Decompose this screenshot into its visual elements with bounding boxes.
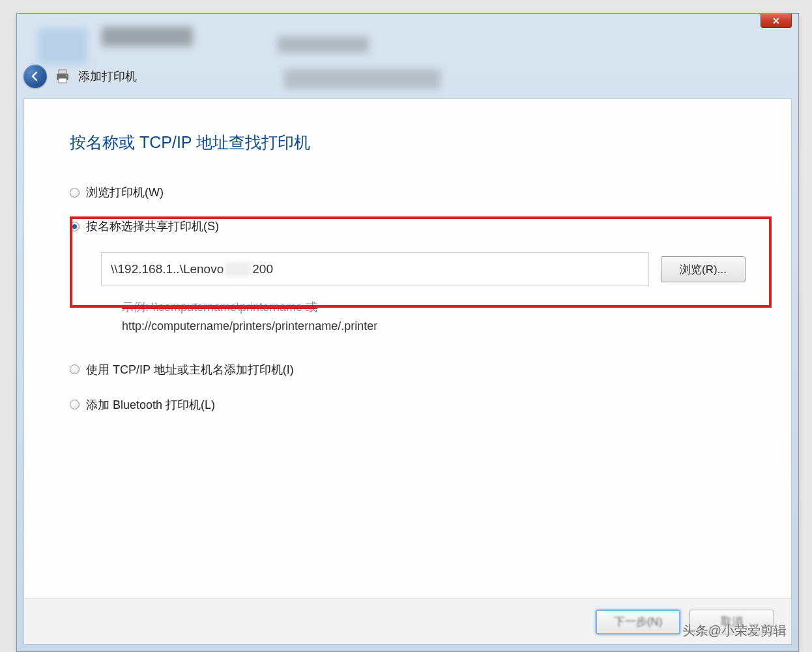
svg-rect-2 [59,78,66,83]
wizard-title: 添加打印机 [78,68,137,84]
option-select-by-name[interactable]: 按名称选择共享打印机(S) [70,218,746,234]
back-button[interactable] [23,65,47,88]
next-button[interactable]: 下一步(N) [596,610,680,634]
svg-point-3 [66,75,67,76]
option-label: 添加 Bluetooth 打印机(L) [86,397,215,413]
page-heading: 按名称或 TCP/IP 地址查找打印机 [70,132,746,153]
close-icon: ✕ [772,16,780,26]
obscured-text [225,262,251,276]
radio-icon [70,188,80,198]
printer-path-input[interactable]: \\192.168.1..\Lenovo 200 [101,252,649,286]
browse-button[interactable]: 浏览(R)... [661,256,746,282]
wizard-header: 添加打印机 [23,65,137,88]
dialog-window: ✕ 添加打印机 按名称或 TCP/IP 地址查找打印机 浏览打印机(W) 按名称… [16,13,799,652]
example-line-1: 示例: \\computername\printername 或 [122,298,746,317]
radio-icon [70,364,80,374]
cancel-button[interactable]: 取消 [689,610,774,634]
wizard-footer: 下一步(N) 取消 [24,599,791,644]
option-label: 浏览打印机(W) [86,185,164,200]
svg-rect-1 [59,70,66,74]
example-line-2: http://computername/printers/printername… [122,317,746,336]
close-button[interactable]: ✕ [761,14,792,28]
radio-icon [70,400,80,409]
radio-selected-icon [70,222,80,231]
option-label: 按名称选择共享打印机(S) [86,218,219,234]
option-bluetooth[interactable]: 添加 Bluetooth 打印机(L) [70,397,746,413]
option-browse-printers[interactable]: 浏览打印机(W) [70,185,746,200]
back-arrow-icon [29,70,41,82]
printer-icon [53,67,72,85]
example-text: 示例: \\computername\printername 或 http://… [122,298,746,336]
option-label: 使用 TCP/IP 地址或主机名添加打印机(I) [86,362,294,378]
option-tcpip[interactable]: 使用 TCP/IP 地址或主机名添加打印机(I) [70,362,746,378]
dialog-body: 按名称或 TCP/IP 地址查找打印机 浏览打印机(W) 按名称选择共享打印机(… [23,98,792,645]
printer-path-row: \\192.168.1..\Lenovo 200 浏览(R)... [101,252,746,286]
